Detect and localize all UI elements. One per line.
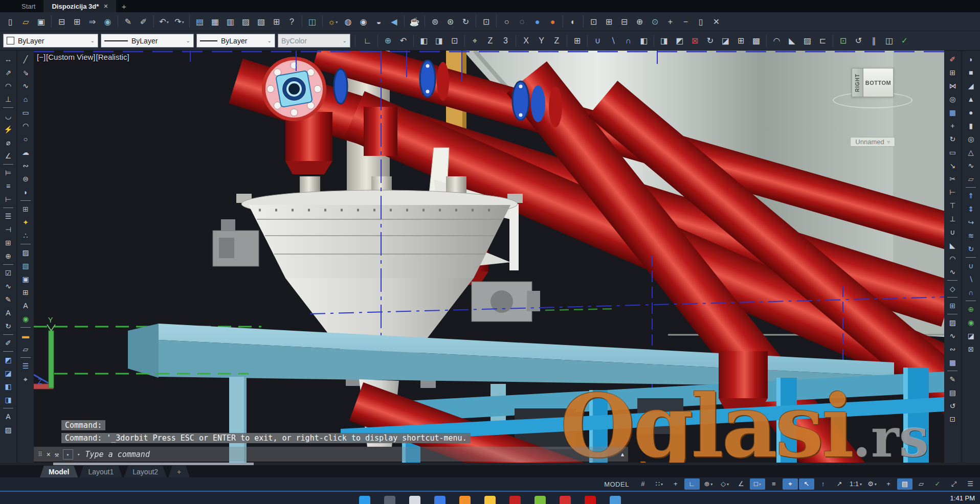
drag-grip-icon[interactable]: ⠿ — [38, 451, 42, 458]
dimension-edit-icon[interactable]: ✎ — [1, 293, 15, 306]
ucs-rotate-z-icon[interactable]: Z — [549, 34, 564, 48]
area-icon[interactable]: ▱ — [18, 342, 33, 356]
object-snap-tracking-icon[interactable]: ∠ — [733, 478, 749, 490]
ucs-object-icon[interactable]: ◨ — [432, 34, 447, 48]
properties-palette-icon[interactable]: ▤ — [192, 15, 207, 29]
quick-properties-icon[interactable]: ▤ — [897, 478, 912, 490]
table-icon[interactable]: ⊞ — [18, 286, 33, 299]
angular-dimension-icon[interactable]: ∠ — [1, 149, 15, 163]
ucs-rotate-y-icon[interactable]: Y — [534, 34, 549, 48]
fillet-edge-icon[interactable]: ◠ — [769, 34, 784, 48]
linear-dimension-icon[interactable]: ↔ — [1, 53, 15, 66]
3d-print-icon[interactable]: ◉ — [100, 15, 115, 29]
zoom-in-icon[interactable]: + — [663, 15, 678, 29]
3d-object-snap-icon[interactable]: ↑ — [815, 478, 831, 490]
fillet-icon[interactable]: ◠ — [945, 252, 960, 265]
dynamic-input-icon[interactable]: ⌖ — [783, 478, 798, 490]
intersect-solids-icon[interactable]: ∩ — [964, 286, 978, 299]
edit-attribute-icon[interactable]: ✎ — [945, 373, 960, 386]
edit-polyline-icon[interactable]: ∿ — [945, 329, 960, 342]
point-icon[interactable]: ∴ — [18, 229, 33, 242]
extend-icon[interactable]: ⊢ — [945, 186, 960, 199]
copy-faces-icon[interactable]: ⊞ — [733, 34, 748, 48]
materials-browser-icon[interactable]: ◍ — [341, 15, 355, 29]
attribute-display-icon[interactable]: ⊡ — [945, 413, 960, 426]
task-view-icon[interactable] — [409, 496, 420, 504]
help-icon[interactable]: ? — [284, 15, 299, 29]
union-solids-icon[interactable]: ∪ — [964, 259, 978, 272]
publish-icon[interactable]: ⇒ — [85, 15, 100, 29]
grid-display-icon[interactable]: # — [635, 478, 651, 490]
plot-preview-icon[interactable]: ⊞ — [70, 15, 84, 29]
ucs-view-icon[interactable]: ⊡ — [447, 34, 462, 48]
tab-start[interactable]: Start — [13, 0, 43, 12]
vs-shaded-icon[interactable]: ● — [530, 15, 545, 29]
visual-style-control[interactable]: [Realistic] — [96, 53, 129, 61]
infer-constraints-icon[interactable]: + — [668, 478, 683, 490]
model-space-button[interactable]: MODEL — [599, 480, 634, 488]
arc-icon[interactable]: ◠ — [18, 119, 33, 132]
render-box-icon[interactable]: ◫ — [305, 15, 320, 29]
ucs-origin-icon[interactable]: ⌖ — [467, 34, 482, 48]
zoom-scale-icon[interactable]: ⊟ — [617, 15, 632, 29]
insert-block-icon[interactable]: ⊞ — [18, 202, 33, 216]
markup-set-manager-icon[interactable]: ▧ — [254, 15, 269, 29]
edge-icon[interactable] — [434, 496, 446, 504]
workspace-switching-icon[interactable]: ⚙ — [864, 478, 880, 490]
plot-style-edit-icon[interactable]: ✎ — [121, 15, 136, 29]
chamfer-edge-icon[interactable]: ◣ — [785, 34, 799, 48]
diameter-dimension-icon[interactable]: ⌀ — [1, 136, 15, 149]
tab-model[interactable]: Model — [40, 466, 78, 477]
viewcube[interactable]: RIGHT BOTTOM Unnamed ▿ — [832, 68, 914, 147]
ucs-apply-icon[interactable]: ⊞ — [570, 34, 585, 48]
isometric-drafting-icon[interactable]: ◇ — [717, 478, 732, 490]
dimension-space-icon[interactable]: ☰ — [1, 210, 15, 223]
clean-screen-icon[interactable]: ⤢ — [946, 478, 962, 490]
color-faces-icon[interactable]: ▩ — [749, 34, 764, 48]
subtract-icon[interactable]: ∖ — [606, 34, 620, 48]
zoom-all-icon[interactable]: ▯ — [694, 15, 708, 29]
wedge-icon[interactable]: ◢ — [964, 79, 978, 93]
pyramid-icon[interactable]: △ — [964, 146, 978, 159]
continuous-orbit-icon[interactable]: ↻ — [458, 15, 473, 29]
customize-plus-icon[interactable]: + — [881, 478, 896, 490]
presspull-icon[interactable]: ⇕ — [964, 202, 978, 216]
zoom-realtime-icon[interactable]: ⌖ — [18, 373, 33, 386]
planar-surface-icon[interactable]: ▱ — [964, 172, 978, 186]
jogged-linear-icon[interactable]: ∿ — [1, 280, 15, 293]
named-views-icon[interactable]: ⊡ — [479, 15, 494, 29]
viewport-minimize-control[interactable]: [−] — [37, 53, 46, 61]
block-attribute-manager-icon[interactable]: ▤ — [945, 386, 960, 399]
open-icon[interactable]: ▱ — [18, 15, 33, 29]
viewcube-bottom-face[interactable]: BOTTOM — [863, 68, 894, 97]
plot-style-control[interactable]: ByColor ⌄ — [278, 34, 350, 48]
hatch-icon[interactable]: ▨ — [18, 246, 33, 259]
render-icon[interactable]: ☕ — [407, 15, 422, 29]
make-block-icon[interactable]: ✦ — [18, 216, 33, 229]
search-icon[interactable] — [384, 496, 395, 504]
polar-tracking-icon[interactable]: ⊕ — [701, 478, 716, 490]
rotate-faces-icon[interactable]: ↻ — [703, 34, 718, 48]
measure-icon[interactable]: ▬ — [18, 329, 33, 342]
zoom-out-icon[interactable]: − — [678, 15, 693, 29]
ellipse-arc-icon[interactable]: ◗ — [18, 186, 33, 199]
circle-icon[interactable]: ○ — [18, 132, 33, 146]
extrude-icon[interactable]: ⇑ — [964, 189, 978, 202]
trim-icon[interactable]: ✂ — [945, 172, 960, 186]
clean-icon[interactable]: ↺ — [851, 34, 866, 48]
command-input[interactable] — [84, 449, 616, 460]
zoom-extents-icon[interactable]: ✕ — [709, 15, 724, 29]
zoom-center-icon[interactable]: ⊕ — [632, 15, 647, 29]
dimension-inspect-icon[interactable]: ☑ — [1, 266, 15, 280]
interfere-icon[interactable]: ⊠ — [964, 342, 978, 356]
center-mark-icon[interactable]: ⊕ — [1, 249, 15, 263]
plot-icon[interactable]: ⊟ — [54, 15, 69, 29]
visual-styles-manager-icon[interactable]: ◐ — [566, 15, 581, 29]
app-green-icon[interactable] — [534, 496, 546, 504]
tab-layout2[interactable]: Layout2 — [124, 466, 167, 477]
join-icon[interactable]: ∪ — [945, 225, 960, 239]
file-explorer-icon[interactable] — [484, 496, 496, 504]
multiline-text-icon[interactable]: A — [18, 299, 33, 312]
send-to-back-icon[interactable]: ◪ — [1, 366, 15, 380]
loft-icon[interactable]: ≋ — [964, 229, 978, 242]
